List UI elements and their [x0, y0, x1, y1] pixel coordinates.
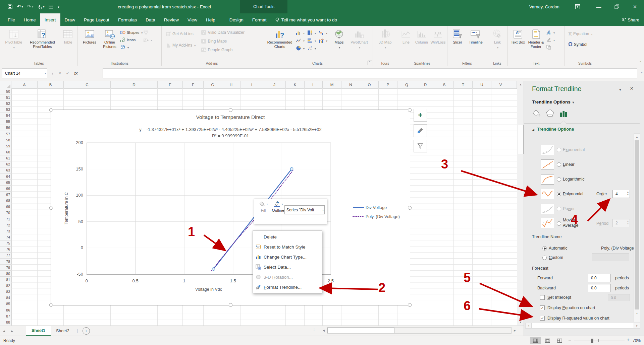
- recommended-charts-button[interactable]: ? Recommended Charts: [264, 27, 295, 50]
- signature-line-button[interactable]: [546, 36, 555, 44]
- column-header-U[interactable]: U: [473, 81, 491, 88]
- maps-button[interactable]: Maps: [331, 27, 347, 51]
- link-button[interactable]: Link: [489, 27, 506, 51]
- column-header-C[interactable]: C: [64, 81, 111, 88]
- enter-icon[interactable]: ✓: [66, 71, 70, 76]
- zoom-in-icon[interactable]: +: [627, 337, 630, 343]
- customize-qat-icon[interactable]: ▾: [56, 0, 61, 13]
- display-equation-checkbox[interactable]: ✓: [540, 305, 545, 310]
- zoom-slider-track[interactable]: [574, 341, 625, 341]
- tab-insert[interactable]: Insert: [40, 13, 60, 26]
- row-header-54[interactable]: 54: [0, 113, 11, 119]
- y-axis-title[interactable]: Temperature in C: [64, 192, 69, 224]
- data-point-marker[interactable]: [212, 268, 215, 270]
- user-name[interactable]: Varney, Gordon: [529, 0, 559, 13]
- tell-me-box[interactable]: Tell me what you want to do: [271, 13, 341, 26]
- row-header-73[interactable]: 73: [0, 228, 11, 234]
- tab-format[interactable]: Format: [248, 13, 271, 26]
- normal-view-icon[interactable]: [530, 337, 541, 344]
- restore-button[interactable]: [608, 0, 626, 13]
- tab-file[interactable]: File: [3, 13, 19, 26]
- chart-filters-button[interactable]: [414, 140, 427, 152]
- pane-horizontal-scrollbar[interactable]: ◄ ►: [525, 323, 640, 329]
- save-icon[interactable]: [5, 0, 15, 13]
- menu-item-delete[interactable]: Delete: [253, 232, 322, 242]
- people-graph-button[interactable]: People Graph: [201, 46, 245, 54]
- slicer-button[interactable]: Slicer: [449, 27, 466, 46]
- tab-review[interactable]: Review: [160, 13, 183, 26]
- hscroll-left-icon[interactable]: ◄: [320, 327, 327, 334]
- pictures-button[interactable]: Pictures: [80, 27, 99, 46]
- row-header-62[interactable]: 62: [0, 161, 11, 167]
- tab-formulas[interactable]: Formulas: [114, 13, 141, 26]
- chart-handle-w[interactable]: [49, 206, 53, 210]
- chart-handle-e[interactable]: [408, 206, 412, 210]
- smartart-button[interactable]: [143, 29, 152, 36]
- sparkline-line-button[interactable]: Line: [399, 27, 413, 46]
- row-header-80[interactable]: 80: [0, 271, 11, 277]
- insert-column-chart-button[interactable]: [296, 29, 307, 37]
- equation-button[interactable]: π Equation: [568, 30, 592, 38]
- pane-icon-trendline-options[interactable]: [559, 109, 568, 118]
- row-header-58[interactable]: 58: [0, 137, 11, 143]
- row-header-81[interactable]: 81: [0, 277, 11, 283]
- pane-hscroll-track[interactable]: [532, 323, 634, 329]
- share-button[interactable]: Share: [621, 13, 639, 26]
- visio-data-visualizer-button[interactable]: V Visio Data Visualizer: [201, 29, 245, 36]
- column-header-N[interactable]: N: [341, 81, 360, 88]
- scroll-down-icon[interactable]: ▼: [517, 319, 524, 326]
- column-header-T[interactable]: T: [454, 81, 473, 88]
- tab-data[interactable]: Data: [141, 13, 160, 26]
- row-header-76[interactable]: 76: [0, 247, 11, 253]
- column-header-L[interactable]: L: [305, 81, 323, 88]
- row-header-70[interactable]: 70: [0, 210, 11, 216]
- pane-vertical-scrollbar[interactable]: ▲ ▼: [634, 133, 640, 322]
- row-header-61[interactable]: 61: [0, 155, 11, 161]
- chart-handle-n[interactable]: [229, 108, 232, 112]
- close-button[interactable]: ×: [626, 0, 644, 13]
- zoom-out-icon[interactable]: −: [568, 337, 571, 343]
- row-header-88[interactable]: 88: [0, 319, 11, 325]
- insert-pie-chart-button[interactable]: [296, 45, 307, 52]
- chart-handle-se[interactable]: [408, 303, 412, 307]
- ribbon-display-options-icon[interactable]: [570, 0, 585, 13]
- pivottable-button[interactable]: PivotTable: [2, 27, 25, 51]
- chart-handle-nw[interactable]: [49, 108, 53, 112]
- select-all-corner[interactable]: [0, 81, 11, 88]
- legend-label-poly[interactable]: Poly. (Div Voltage): [366, 214, 400, 219]
- shapes-button[interactable]: Shapes: [120, 29, 143, 36]
- column-header-A[interactable]: A: [11, 81, 38, 88]
- forward-input[interactable]: 0.0: [588, 274, 611, 282]
- page-break-view-icon[interactable]: [554, 337, 565, 344]
- tab-home[interactable]: Home: [19, 13, 40, 26]
- chart-elements-button[interactable]: +: [414, 109, 427, 122]
- insert-waterfall-chart-button[interactable]: [319, 29, 330, 37]
- tab-design[interactable]: Design: [225, 13, 248, 26]
- row-header-87[interactable]: 87: [0, 313, 11, 319]
- row-header-75[interactable]: 75: [0, 240, 11, 247]
- page-layout-view-icon[interactable]: [542, 337, 553, 344]
- object-button[interactable]: [546, 44, 555, 51]
- 3d-map-button[interactable]: 3D Map: [375, 27, 395, 51]
- insert-bar-chart-button[interactable]: [307, 37, 319, 44]
- 3d-models-button[interactable]: [120, 44, 143, 51]
- set-intercept-checkbox[interactable]: [540, 295, 545, 300]
- row-header-60[interactable]: 60: [0, 149, 11, 155]
- column-header-G[interactable]: G: [204, 81, 222, 88]
- pane-icon-effects[interactable]: [545, 109, 555, 118]
- radio-exponential[interactable]: [557, 148, 561, 152]
- radio-custom[interactable]: [542, 256, 547, 260]
- column-header-V[interactable]: V: [491, 81, 510, 88]
- menu-item-select-data[interactable]: Select Data...: [253, 262, 322, 272]
- data-point-marker[interactable]: [290, 167, 293, 170]
- row-header-77[interactable]: 77: [0, 253, 11, 259]
- menu-item-3d-rotation[interactable]: 3-D Rotation...: [253, 272, 322, 282]
- order-spinner[interactable]: 4 ▲▼: [612, 190, 630, 198]
- row-header-51[interactable]: 51: [0, 94, 11, 100]
- pane-scroll-right-icon[interactable]: ►: [634, 323, 640, 329]
- row-header-78[interactable]: 78: [0, 259, 11, 265]
- row-header-65[interactable]: 65: [0, 180, 11, 186]
- screenshot-button[interactable]: [143, 36, 152, 44]
- pane-icon-fill-line[interactable]: [532, 109, 541, 118]
- pane-scroll-down-icon[interactable]: ▼: [634, 310, 640, 316]
